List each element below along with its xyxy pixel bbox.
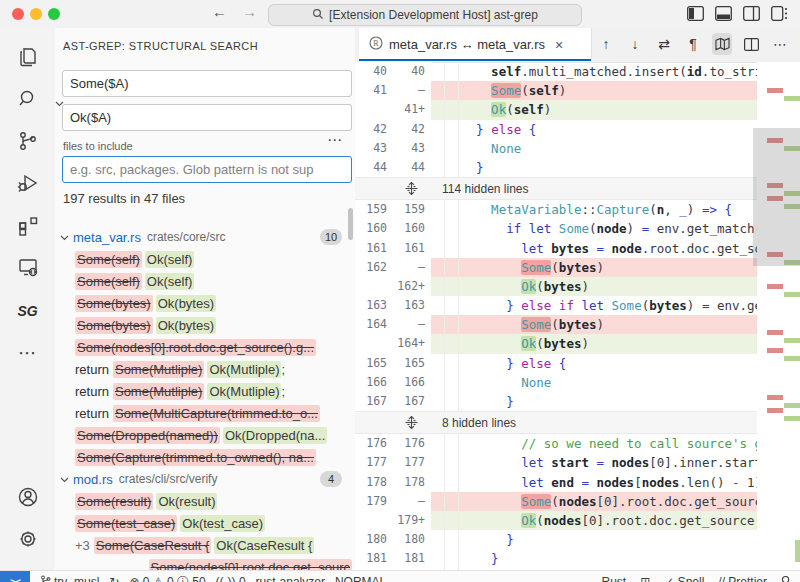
code-line[interactable]: 160160 if let Some(node) = env.get_match…	[355, 219, 757, 238]
activity-item-ast-grep[interactable]: SG	[4, 290, 52, 332]
code-line[interactable]: 180180 }	[355, 530, 757, 549]
split-editor-icon[interactable]	[741, 33, 761, 55]
file-row-mod.rs[interactable]: mod.rscrates/cli/src/verify4	[55, 468, 355, 490]
search-match-row[interactable]: +3 Some(CaseResult {Ok(CaseResult {	[55, 534, 355, 556]
code-line[interactable]: 4343 None	[355, 139, 757, 158]
minimap[interactable]	[757, 62, 800, 570]
forward-icon[interactable]: →	[242, 3, 257, 20]
hidden-lines-label: 8 hidden lines	[442, 416, 516, 430]
search-match-row[interactable]: return Some(MultiCapture(trimmed.to_o...	[55, 402, 355, 424]
status-spell-checker[interactable]: ✓ Spell	[664, 575, 704, 582]
code-line[interactable]: 164+ Ok(bytes)	[355, 334, 757, 353]
minimap-slider[interactable]	[753, 128, 800, 266]
code-line[interactable]: 41+ Ok(self)	[355, 100, 757, 119]
activity-item-explorer[interactable]	[4, 38, 52, 80]
zoom-window-button[interactable]	[48, 8, 60, 20]
status-vim-mode[interactable]: NORMAL	[335, 575, 386, 582]
code-line[interactable]: 177177 let start = nodes[0].inner.start_…	[355, 453, 757, 472]
minimap-deleted-mark	[767, 395, 783, 400]
search-match-row[interactable]: Some(nodes[0].root.doc.get_source().g...	[55, 336, 355, 358]
more-actions-icon[interactable]: ⋯	[770, 33, 790, 55]
modified-line-number: 176	[393, 434, 431, 453]
code-line[interactable]: 166166 None	[355, 373, 757, 392]
search-match-row[interactable]: Some(Dropped(named))Ok(Dropped(na...	[55, 424, 355, 446]
render-whitespace-icon[interactable]: ¶	[683, 33, 703, 55]
activity-item-extensions[interactable]	[4, 206, 52, 248]
activity-item-search[interactable]	[4, 80, 52, 122]
code-line[interactable]: 163163 } else if let Some(bytes) = env.g…	[355, 296, 757, 315]
more-actions-icon[interactable]: ⋯	[327, 131, 343, 149]
search-match-row[interactable]: return Some(Mutliple)Ok(Mutliple);	[55, 358, 355, 380]
layout-sidebar-right-icon[interactable]	[742, 5, 760, 21]
activity-item-run-and-debug[interactable]	[4, 164, 52, 206]
activity-item-remote-explorer[interactable]	[4, 248, 52, 290]
close-window-button[interactable]	[12, 8, 24, 20]
customize-layout-icon[interactable]	[770, 5, 788, 21]
code-line[interactable]: 4040 self.multi_matched.insert(id.to_str…	[355, 62, 757, 81]
layout-sidebar-left-icon[interactable]	[686, 5, 704, 21]
swap-sides-icon[interactable]: ⇄	[654, 33, 674, 55]
deleted-text-chip: Some(CaseResult {	[94, 537, 211, 554]
remote-indicator[interactable]: ><	[0, 571, 30, 582]
command-center[interactable]: [Extension Development Host] ast-grep	[268, 4, 582, 26]
activity-item-accounts[interactable]	[4, 478, 52, 520]
close-icon[interactable]: ×	[555, 37, 563, 53]
status-problems[interactable]: ⊗ 0 ⚠ 0 ⓘ 50	[129, 574, 205, 582]
toggle-minimap-icon[interactable]	[712, 33, 732, 55]
status-language-mode[interactable]: Rust	[601, 575, 626, 582]
status-rust-analyzer[interactable]: rust-analyzer	[256, 575, 325, 582]
hidden-lines-bar[interactable]: 114 hidden lines	[355, 177, 757, 200]
code-line[interactable]: 181181 }	[355, 549, 757, 568]
back-icon[interactable]: ←	[212, 3, 227, 20]
code-line[interactable]: 4444 }	[355, 158, 757, 177]
code-text: }	[431, 392, 757, 411]
code-line[interactable]: 179+ Ok(nodes[0].root.doc.get_source().g…	[355, 511, 757, 530]
files-to-include-input[interactable]	[62, 156, 352, 183]
code-line[interactable]: 159159 MetaVariable::Capture(n, _) => {	[355, 200, 757, 219]
code-line[interactable]: 178178 let end = nodes[nodes.len() - 1].…	[355, 473, 757, 492]
status-editor-grid[interactable]: ⊞	[640, 575, 650, 582]
file-row-meta_var.rs[interactable]: meta_var.rscrates/core/src10	[55, 226, 355, 248]
code-line[interactable]: 164– Some(bytes)	[355, 315, 757, 334]
activity-item-settings[interactable]	[4, 520, 52, 562]
next-change-icon[interactable]: ↓	[625, 33, 645, 55]
previous-change-icon[interactable]: ↑	[596, 33, 616, 55]
code-line[interactable]: 161161 let bytes = node.root.doc.get_sou…	[355, 239, 757, 258]
code-line[interactable]: 176176 // so we need to call source's ge…	[355, 434, 757, 453]
code-line[interactable]: 162– Some(bytes)	[355, 258, 757, 277]
code-line[interactable]: 162+ Ok(bytes)	[355, 277, 757, 296]
search-match-row[interactable]: Some(nodes[0].root.doc.get_sourc	[55, 556, 355, 570]
search-icon	[16, 87, 40, 115]
code-line[interactable]: 41– Some(self)	[355, 81, 757, 100]
layout-panel-icon[interactable]	[714, 5, 732, 21]
search-match-row[interactable]: return Some(Mutliple)Ok(Mutliple);	[55, 380, 355, 402]
search-match-row[interactable]: Some(test_case)Ok(test_case)	[55, 512, 355, 534]
code-line[interactable]: 4242 } else {	[355, 120, 757, 139]
search-match-row[interactable]: Some(bytes)Ok(bytes)	[55, 314, 355, 336]
code-line[interactable]: 179– Some(nodes[0].root.doc.get_source()…	[355, 492, 757, 511]
search-match-row[interactable]: Some(self)Ok(self)	[55, 248, 355, 270]
activity-bar: SG⋯	[0, 28, 56, 570]
sidebar-scrollbar[interactable]	[348, 208, 353, 240]
code-line[interactable]: 167167 }	[355, 392, 757, 411]
search-match-row[interactable]: Some(self)Ok(self)	[55, 270, 355, 292]
modified-line-number: 44	[393, 158, 431, 177]
search-match-row[interactable]: Some(bytes)Ok(bytes)	[55, 292, 355, 314]
minimize-window-button[interactable]	[30, 8, 42, 20]
status-prettier[interactable]: // Prettier	[718, 575, 767, 582]
tab-meta-var-diff[interactable]: R meta_var.rs ↔ meta_var.rs ×	[359, 28, 592, 61]
status-branch[interactable]: try_musl	[40, 575, 99, 582]
code-line[interactable]: 165165 } else {	[355, 354, 757, 373]
status-sync[interactable]: ↻	[109, 575, 119, 582]
search-match-row[interactable]: Some(result)Ok(result)	[55, 490, 355, 512]
status-search-status[interactable]	[781, 575, 792, 582]
modified-line-number: 161	[393, 239, 431, 258]
search-match-row[interactable]: Some(Capture(trimmed.to_owned(), na...	[55, 446, 355, 468]
search-pattern-input[interactable]	[62, 70, 352, 97]
activity-item-more[interactable]: ⋯	[4, 332, 52, 374]
rewrite-input[interactable]	[62, 104, 352, 131]
activity-item-source-control[interactable]	[4, 122, 52, 164]
svg-text:R: R	[373, 39, 379, 48]
hidden-lines-bar[interactable]: 8 hidden lines	[355, 411, 757, 434]
status-ports[interactable]: ((·)) 0	[216, 575, 246, 582]
